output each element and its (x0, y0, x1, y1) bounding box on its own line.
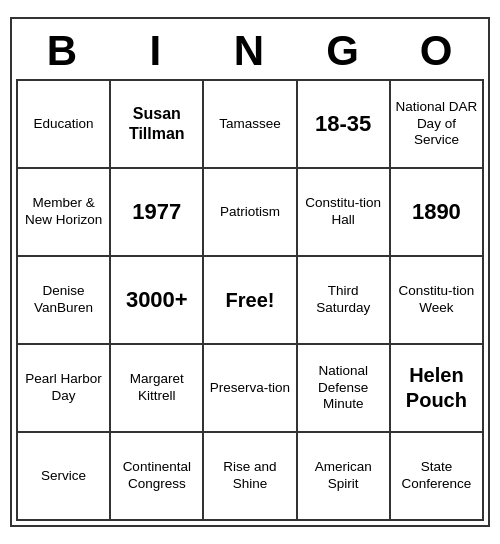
bingo-cell-20: Service (18, 433, 111, 521)
bingo-cell-16: Margaret Kittrell (111, 345, 204, 433)
bingo-card: BINGO EducationSusan TillmanTamassee18-3… (10, 17, 490, 527)
header-letter-i: I (110, 23, 204, 79)
header-letter-n: N (203, 23, 297, 79)
bingo-cell-7: Patriotism (204, 169, 297, 257)
bingo-cell-17: Preserva-tion (204, 345, 297, 433)
bingo-cell-18: National Defense Minute (298, 345, 391, 433)
bingo-cell-11: 3000+ (111, 257, 204, 345)
bingo-cell-23: American Spirit (298, 433, 391, 521)
bingo-cell-9: 1890 (391, 169, 484, 257)
bingo-grid: EducationSusan TillmanTamassee18-35Natio… (16, 79, 484, 521)
bingo-cell-21: Continental Congress (111, 433, 204, 521)
bingo-cell-5: Member & New Horizon (18, 169, 111, 257)
header-letter-g: G (297, 23, 391, 79)
bingo-cell-10: Denise VanBuren (18, 257, 111, 345)
bingo-cell-8: Constitu-tion Hall (298, 169, 391, 257)
header-letter-b: B (16, 23, 110, 79)
bingo-cell-4: National DAR Day of Service (391, 81, 484, 169)
bingo-cell-3: 18-35 (298, 81, 391, 169)
bingo-cell-12: Free! (204, 257, 297, 345)
bingo-cell-2: Tamassee (204, 81, 297, 169)
bingo-cell-0: Education (18, 81, 111, 169)
bingo-cell-1: Susan Tillman (111, 81, 204, 169)
header-letter-o: O (390, 23, 484, 79)
bingo-header: BINGO (16, 23, 484, 79)
bingo-cell-14: Constitu-tion Week (391, 257, 484, 345)
bingo-cell-24: State Conference (391, 433, 484, 521)
bingo-cell-15: Pearl Harbor Day (18, 345, 111, 433)
bingo-cell-22: Rise and Shine (204, 433, 297, 521)
bingo-cell-6: 1977 (111, 169, 204, 257)
bingo-cell-19: Helen Pouch (391, 345, 484, 433)
bingo-cell-13: Third Saturday (298, 257, 391, 345)
